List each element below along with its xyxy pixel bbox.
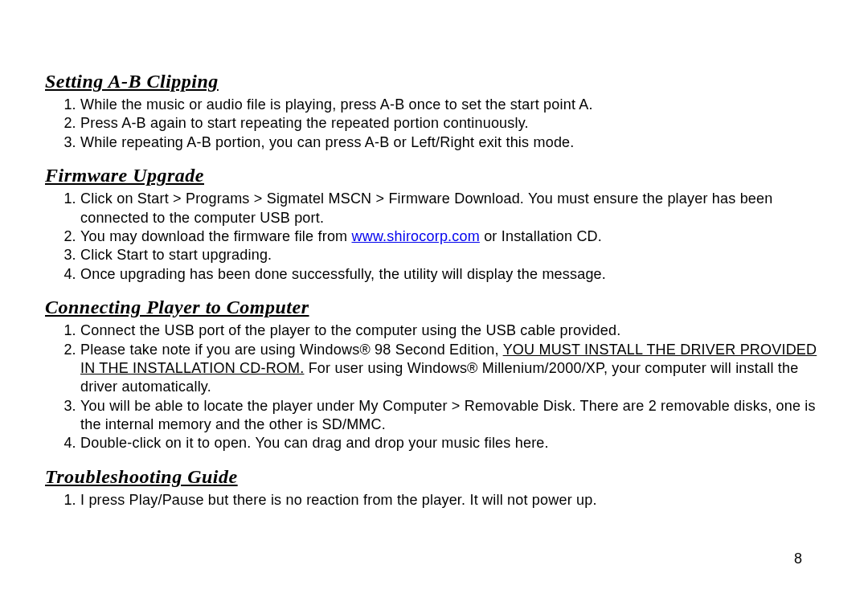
list-item: Click on Start > Programs > Sigmatel MSC… [80,190,823,227]
list-item: While repeating A-B portion, you can pre… [80,133,823,152]
text-fragment: or Installation CD. [480,228,602,244]
list-ab-clipping: While the music or audio file is playing… [45,96,823,152]
heading-connecting: Connecting Player to Computer [45,297,823,318]
list-item: Double-click on it to open. You can drag… [80,434,823,452]
heading-ab-clipping: Setting A-B Clipping [45,71,823,92]
list-item: Please take note if you are using Window… [80,341,823,397]
list-item: You will be able to locate the player un… [80,397,823,435]
section-troubleshooting: Troubleshooting Guide I press Play/Pause… [45,466,823,510]
list-item: Press A-B again to start repeating the r… [80,114,823,133]
list-item: You may download the firmware file from … [80,227,823,246]
section-ab-clipping: Setting A-B Clipping While the music or … [45,71,823,152]
text-fragment: Please take note if you are using Window… [80,342,503,358]
text-fragment: You may download the firmware file from [80,228,351,244]
list-item: While the music or audio file is playing… [80,96,823,114]
list-firmware: Click on Start > Programs > Sigmatel MSC… [45,190,823,284]
list-item: Connect the USB port of the player to th… [80,321,823,340]
section-firmware: Firmware Upgrade Click on Start > Progra… [45,165,823,284]
link-shirocorp[interactable]: www.shirocorp.com [351,228,479,244]
heading-troubleshooting: Troubleshooting Guide [45,466,823,488]
list-connecting: Connect the USB port of the player to th… [45,321,823,453]
list-item: Once upgrading has been done successfull… [80,265,823,284]
list-item: Click Start to start upgrading. [80,246,823,264]
section-connecting: Connecting Player to Computer Connect th… [45,297,823,453]
list-troubleshooting: I press Play/Pause but there is no react… [45,491,823,510]
list-item: I press Play/Pause but there is no react… [80,491,823,510]
heading-firmware: Firmware Upgrade [45,165,823,186]
page-number: 8 [794,551,802,567]
